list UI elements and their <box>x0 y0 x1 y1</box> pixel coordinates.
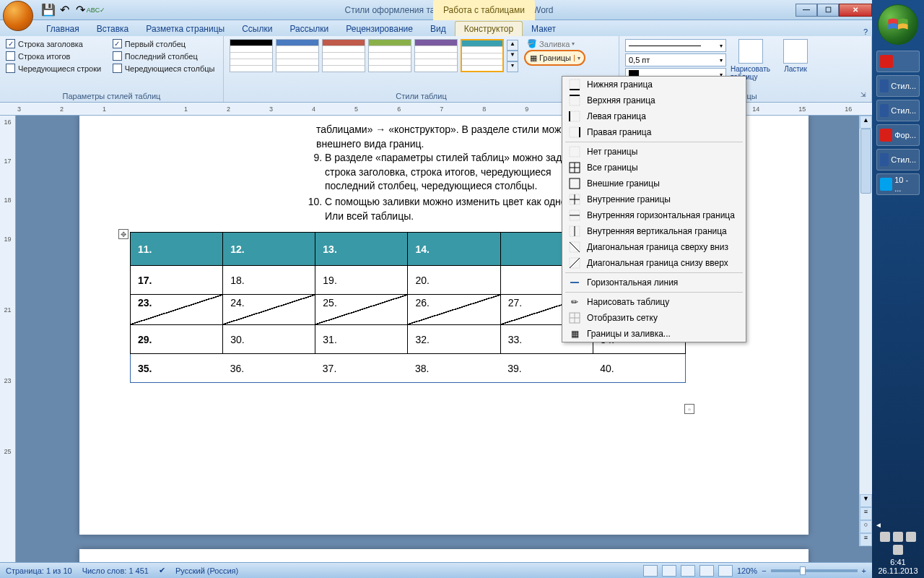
maximize-button[interactable]: ☐ <box>817 4 839 17</box>
help-icon[interactable]: ? <box>859 27 872 36</box>
menu-horizontal-line[interactable]: Горизонтальная линия <box>562 275 746 290</box>
table-cell[interactable]: 24. <box>223 295 315 325</box>
table-cell[interactable]: 13. <box>315 233 408 266</box>
minimize-button[interactable]: — <box>796 4 817 17</box>
view-full-screen[interactable] <box>662 565 676 577</box>
save-icon[interactable]: 💾 <box>42 4 55 17</box>
table-cell[interactable]: 11. <box>131 233 223 266</box>
tab-page-layout[interactable]: Разметка страницы <box>137 22 233 36</box>
tab-insert[interactable]: Вставка <box>88 22 138 36</box>
menu-all-borders[interactable]: Все границы <box>562 160 746 176</box>
eraser-button[interactable]: Ластик <box>775 39 816 81</box>
gallery-scroll[interactable]: ▲▼▾ <box>507 40 518 72</box>
table-style[interactable] <box>230 39 273 72</box>
office-button[interactable] <box>3 1 33 31</box>
scroll-down-icon[interactable]: ▼ <box>860 494 872 507</box>
shading-button[interactable]: 🪣Заливка▾ <box>524 39 585 48</box>
table-cell[interactable]: 35. <box>131 354 223 383</box>
table-cell[interactable]: 29. <box>131 325 223 354</box>
view-outline[interactable] <box>699 565 714 577</box>
check-last-column[interactable]: Последний столбец <box>113 51 217 61</box>
table-style[interactable] <box>368 39 411 72</box>
table-cell[interactable]: 37. <box>315 354 408 383</box>
borders-button[interactable]: ▦Границы ▾ <box>524 50 585 66</box>
zoom-slider[interactable] <box>771 569 858 572</box>
menu-view-gridlines[interactable]: Отобразить сетку <box>562 310 746 326</box>
menu-inside-vertical[interactable]: Внутренняя вертикальная граница <box>562 223 746 239</box>
menu-draw-table[interactable]: ✏Нарисовать таблицу <box>562 294 746 310</box>
tray-volume-icon[interactable] <box>893 532 903 542</box>
taskbar-item[interactable] <box>876 51 920 72</box>
table-cell[interactable]: 17. <box>131 266 223 295</box>
table-cell[interactable]: 23. <box>131 295 223 325</box>
status-word-count[interactable]: Число слов: 1 451 <box>82 566 149 575</box>
table-cell[interactable]: 19. <box>315 266 408 295</box>
menu-borders-and-shading[interactable]: ▦Границы и заливка... <box>562 326 746 342</box>
table-cell[interactable]: 20. <box>408 266 500 295</box>
menu-inside-horizontal[interactable]: Внутренняя горизонтальная граница <box>562 207 746 223</box>
table-cell[interactable]: 26. <box>408 295 500 325</box>
table-style[interactable] <box>414 39 458 72</box>
check-header-row[interactable]: ✓Строка заголовка <box>6 39 104 48</box>
ruler-vertical[interactable]: 16171819212325 <box>0 116 16 562</box>
tab-layout[interactable]: Макет <box>523 22 565 36</box>
table-cell[interactable]: 30. <box>223 325 315 354</box>
check-first-column[interactable]: ✓Первый столбец <box>113 39 217 48</box>
menu-left-border[interactable]: Левая граница <box>562 108 746 124</box>
zoom-level[interactable]: 120% <box>737 566 757 575</box>
browse-object-icon[interactable]: ○ <box>860 520 872 533</box>
redo-icon[interactable]: ↷ <box>74 4 87 17</box>
tray-expand-icon[interactable]: ◄ <box>875 521 921 529</box>
dialog-launcher-icon[interactable]: ⇲ <box>860 91 869 100</box>
tray-network-icon[interactable] <box>906 532 916 542</box>
tab-review[interactable]: Рецензирование <box>337 22 422 36</box>
menu-no-border[interactable]: Нет границы <box>562 144 746 160</box>
tab-home[interactable]: Главная <box>38 22 88 36</box>
clock-date[interactable]: 26.11.2013 <box>875 566 921 575</box>
status-page[interactable]: Страница: 1 из 10 <box>6 566 72 575</box>
table-cell[interactable]: 12. <box>223 233 315 266</box>
table-cell[interactable]: 39. <box>500 354 593 383</box>
menu-outside-borders[interactable]: Внешние границы <box>562 176 746 191</box>
view-print-layout[interactable] <box>643 565 658 577</box>
table-cell[interactable]: 36. <box>223 354 315 383</box>
menu-top-border[interactable]: Верхняя граница <box>562 92 746 108</box>
table-cell[interactable]: 14. <box>408 233 500 266</box>
table-resize-handle[interactable]: ▫ <box>684 404 694 414</box>
scroll-thumb[interactable] <box>860 129 871 194</box>
start-button[interactable] <box>878 4 918 45</box>
draw-table-button[interactable]: Нарисовать таблицу <box>731 39 771 81</box>
table-cell[interactable]: 40. <box>593 354 685 383</box>
undo-icon[interactable]: ↶ <box>58 4 71 17</box>
tray-icon[interactable] <box>880 532 890 542</box>
pen-weight-combo[interactable]: 0,5 пт▾ <box>625 53 726 66</box>
proofing-icon[interactable]: ✔ <box>159 566 165 575</box>
prev-page-icon[interactable]: ≡ <box>860 507 872 520</box>
table-cell[interactable]: 38. <box>408 354 500 383</box>
taskbar-item[interactable]: Фор... <box>876 124 920 146</box>
menu-diagonal-up[interactable]: Диагональная граница снизу вверх <box>562 255 746 271</box>
next-page-icon[interactable]: ≡ <box>860 533 872 546</box>
tab-design[interactable]: Конструктор <box>455 21 523 36</box>
borders-dropdown-arrow[interactable]: ▾ <box>574 55 583 61</box>
tab-view[interactable]: Вид <box>422 22 455 36</box>
vertical-scrollbar[interactable]: ▲ ▼ ≡ ○ ≡ <box>859 116 872 546</box>
table-style[interactable] <box>322 39 365 72</box>
check-banded-columns[interactable]: Чередующиеся столбцы <box>113 64 217 73</box>
menu-bottom-border[interactable]: Нижняя граница <box>562 77 746 92</box>
tray-icon[interactable] <box>893 545 903 555</box>
pen-style-combo[interactable]: ▾ <box>625 39 726 52</box>
spellcheck-icon[interactable]: ABC✓ <box>90 4 103 17</box>
view-draft[interactable] <box>718 565 733 577</box>
menu-right-border[interactable]: Правая граница <box>562 124 746 140</box>
taskbar-item[interactable]: Стил... <box>876 75 920 97</box>
zoom-out-icon[interactable]: − <box>762 566 766 575</box>
tab-references[interactable]: Ссылки <box>233 22 281 36</box>
zoom-in-icon[interactable]: + <box>862 566 866 575</box>
view-web-layout[interactable] <box>681 565 695 577</box>
taskbar-item[interactable]: Стил... <box>876 149 920 171</box>
table-cell[interactable]: 18. <box>223 266 315 295</box>
tab-mailings[interactable]: Рассылки <box>281 22 337 36</box>
menu-inside-borders[interactable]: Внутренние границы <box>562 191 746 207</box>
table-move-handle[interactable]: ✥ <box>118 229 128 239</box>
